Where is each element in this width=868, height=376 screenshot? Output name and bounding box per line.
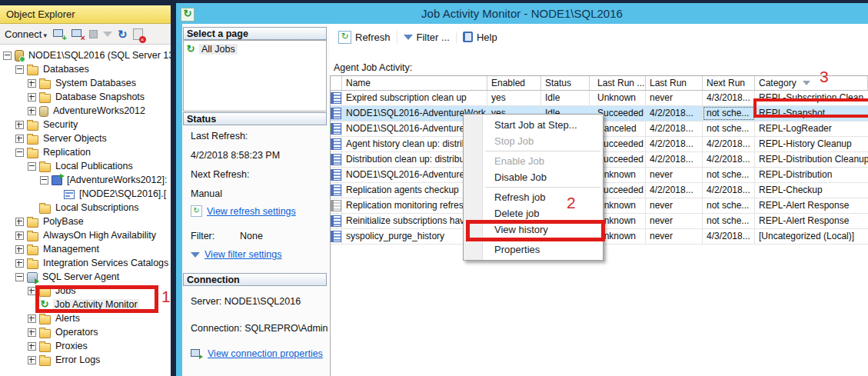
collapse-icon[interactable] bbox=[28, 162, 36, 171]
help-button[interactable]: Help bbox=[457, 32, 504, 43]
refresh-settings-icon bbox=[191, 205, 202, 217]
category-filter-icon[interactable] bbox=[803, 81, 810, 85]
job-icon bbox=[331, 185, 341, 196]
tree-item-adventureworks2012[interactable]: AdventureWorks2012 bbox=[0, 104, 171, 118]
tree-item-proxies[interactable]: Proxies bbox=[0, 339, 171, 353]
filter-button[interactable]: Filter ... bbox=[397, 32, 457, 43]
connect-server-icon[interactable] bbox=[52, 28, 65, 40]
folder-icon bbox=[27, 135, 38, 145]
folder-icon bbox=[27, 218, 38, 228]
collapse-icon[interactable] bbox=[15, 273, 24, 281]
view-filter-settings-row: View filter settings bbox=[191, 249, 282, 260]
select-a-page-header: Select a page bbox=[183, 27, 327, 40]
tree-item-alerts[interactable]: Alerts bbox=[0, 311, 171, 325]
job-icon bbox=[331, 92, 341, 104]
tree-item-subscription[interactable]: [NODE2\SQL2016].[ bbox=[0, 187, 171, 201]
menu-item-view-history[interactable]: View history bbox=[464, 221, 603, 238]
column-header-name[interactable]: Name bbox=[342, 76, 487, 90]
tree-item-security[interactable]: Security bbox=[0, 118, 171, 131]
expand-icon[interactable] bbox=[15, 259, 24, 268]
refresh-icon[interactable]: ↻ bbox=[118, 28, 128, 40]
disconnect-server-icon[interactable] bbox=[71, 28, 84, 40]
page-item-all-jobs[interactable]: All Jobs bbox=[184, 41, 326, 58]
tree-item-integration-services[interactable]: Integration Services Catalogs bbox=[0, 256, 171, 270]
collapse-icon[interactable] bbox=[40, 176, 48, 185]
folder-icon bbox=[27, 121, 38, 131]
expand-icon[interactable] bbox=[15, 135, 24, 143]
tree-item-sql-server-agent[interactable]: SQL Server Agent bbox=[0, 270, 171, 284]
expand-icon[interactable] bbox=[28, 107, 36, 115]
collapse-icon[interactable] bbox=[3, 52, 12, 60]
column-header-status[interactable]: Status bbox=[541, 76, 590, 90]
view-filter-settings-link[interactable]: View filter settings bbox=[205, 249, 282, 260]
collapse-icon[interactable] bbox=[15, 148, 24, 157]
tree-item-job-activity-monitor[interactable]: Job Activity Monitor bbox=[0, 298, 171, 311]
tree-item-server[interactable]: NODE1\SQL2016 (SQL Server 13.0.1 bbox=[0, 48, 171, 62]
expand-icon[interactable] bbox=[28, 287, 36, 295]
tree-item-local-publications[interactable]: Local Publications bbox=[0, 159, 171, 173]
folder-icon bbox=[27, 232, 38, 241]
job-icon bbox=[331, 138, 341, 150]
expand-icon[interactable] bbox=[28, 342, 36, 351]
tree-item-error-logs[interactable]: Error Logs bbox=[0, 353, 171, 367]
expand-icon[interactable] bbox=[15, 121, 24, 129]
collapse-icon[interactable] bbox=[15, 65, 24, 74]
tree-item-database-snapshots[interactable]: Database Snapshots bbox=[0, 90, 171, 104]
menu-item-disable-job[interactable]: Disable Job bbox=[464, 169, 603, 185]
view-connection-properties-link[interactable]: View connection properties bbox=[208, 348, 323, 359]
table-row[interactable]: Expired subscription clean up yes Idle U… bbox=[331, 91, 868, 106]
tree-item-local-subscriptions[interactable]: Local Subscriptions bbox=[0, 201, 171, 215]
job-running-icon bbox=[331, 123, 341, 135]
menu-item-delete-job[interactable]: Delete job bbox=[464, 205, 603, 221]
script-error-icon[interactable] bbox=[133, 28, 143, 40]
menu-item-start-job-at-step[interactable]: Start Job at Step... bbox=[464, 117, 603, 133]
tree-item-operators[interactable]: Operators bbox=[0, 325, 171, 339]
expand-icon[interactable] bbox=[15, 231, 24, 240]
job-icon bbox=[331, 154, 341, 165]
column-header-category[interactable]: Category bbox=[755, 76, 868, 90]
job-activity-monitor-icon bbox=[39, 299, 50, 310]
tree-item-alwayson[interactable]: AlwaysOn High Availability bbox=[0, 228, 171, 242]
object-explorer-panel: Object Explorer Connect▾ ↻ NODE1\SQL2016… bbox=[0, 5, 171, 376]
column-header-last-run[interactable]: Last Run bbox=[646, 76, 703, 90]
grid-header-row: Name Enabled Status Last Run ... Last Ru… bbox=[331, 76, 868, 91]
expand-icon[interactable] bbox=[28, 79, 36, 88]
folder-icon bbox=[39, 80, 51, 89]
expand-icon[interactable] bbox=[28, 314, 36, 323]
menu-item-refresh-job[interactable]: Refresh job bbox=[464, 189, 603, 205]
publication-icon bbox=[52, 175, 62, 185]
tree-item-jobs[interactable]: Jobs bbox=[0, 284, 171, 298]
job-icon bbox=[331, 108, 341, 119]
view-refresh-settings-link[interactable]: View refresh settings bbox=[207, 206, 296, 217]
view-connection-properties-row: View connection properties bbox=[191, 348, 323, 359]
tree-item-system-databases[interactable]: System Databases bbox=[0, 76, 171, 90]
expand-icon[interactable] bbox=[28, 328, 36, 337]
menu-item-properties[interactable]: Properties bbox=[464, 241, 603, 258]
job-icon bbox=[331, 215, 341, 227]
folder-icon bbox=[27, 260, 38, 269]
expand-icon[interactable] bbox=[28, 356, 36, 364]
refresh-button[interactable]: Refresh bbox=[332, 31, 397, 44]
database-icon bbox=[39, 106, 48, 117]
column-header-last-run-outcome[interactable]: Last Run ... bbox=[590, 76, 646, 90]
tree-item-publication[interactable]: [AdventureWorks2012]: bbox=[0, 173, 171, 187]
expand-icon[interactable] bbox=[15, 245, 24, 254]
expand-icon[interactable] bbox=[15, 218, 24, 226]
menu-item-stop-job: Stop Job bbox=[464, 133, 603, 149]
left-pane: Select a page All Jobs Status Last Refre… bbox=[182, 24, 331, 376]
column-header-next-run[interactable]: Next Run bbox=[703, 76, 755, 90]
tree-item-server-objects[interactable]: Server Objects bbox=[0, 131, 171, 145]
tree-item-polybase[interactable]: PolyBase bbox=[0, 215, 171, 228]
next-refresh-label: Next Refresh: bbox=[191, 169, 249, 180]
tree-item-databases[interactable]: Databases bbox=[0, 62, 171, 76]
tree-item-management[interactable]: Management bbox=[0, 242, 171, 256]
folder-icon bbox=[39, 357, 51, 366]
subscription-icon bbox=[64, 190, 75, 199]
menu-separator bbox=[485, 239, 600, 240]
connect-button[interactable]: Connect▾ bbox=[5, 28, 47, 40]
column-header-enabled[interactable]: Enabled bbox=[487, 76, 541, 90]
tree-item-replication[interactable]: Replication bbox=[0, 145, 171, 159]
expand-icon[interactable] bbox=[28, 93, 36, 101]
object-explorer-title: Object Explorer bbox=[6, 8, 75, 20]
folder-icon bbox=[39, 205, 51, 214]
